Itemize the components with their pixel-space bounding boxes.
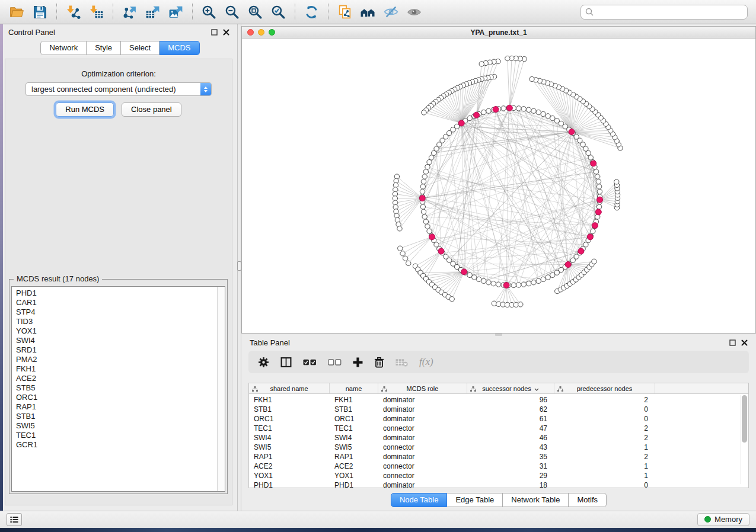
network-node[interactable] bbox=[550, 116, 555, 120]
scrollbar-thumb[interactable] bbox=[742, 395, 747, 443]
tab-network[interactable]: Network bbox=[40, 41, 87, 55]
network-node[interactable] bbox=[422, 174, 427, 179]
show-panels-button[interactable] bbox=[7, 513, 22, 526]
network-node[interactable] bbox=[427, 160, 432, 165]
table-row[interactable]: STB1STB1dominator620 bbox=[249, 405, 748, 414]
network-node[interactable] bbox=[516, 106, 521, 111]
network-node[interactable] bbox=[425, 164, 430, 169]
save-session-button[interactable] bbox=[29, 2, 51, 22]
mcds-result-item[interactable]: GCR1 bbox=[16, 440, 217, 450]
mcds-result-item[interactable]: STB5 bbox=[16, 383, 217, 393]
tab-node-table[interactable]: Node Table bbox=[391, 493, 448, 507]
network-node[interactable] bbox=[467, 273, 472, 277]
tab-style[interactable]: Style bbox=[87, 41, 121, 55]
table-row[interactable]: RAP1RAP1dominator352 bbox=[249, 452, 748, 462]
maximize-window-icon[interactable] bbox=[269, 29, 275, 36]
network-node[interactable] bbox=[398, 246, 403, 251]
network-node[interactable] bbox=[421, 209, 426, 214]
network-node[interactable] bbox=[546, 275, 550, 280]
network-node[interactable] bbox=[526, 107, 531, 112]
tab-edge-table[interactable]: Edge Table bbox=[447, 493, 503, 507]
mcds-result-item[interactable]: YOX1 bbox=[16, 326, 217, 336]
network-node[interactable] bbox=[588, 155, 593, 160]
mcds-dominator-node[interactable] bbox=[595, 209, 601, 215]
mcds-result-item[interactable]: CAR1 bbox=[16, 298, 217, 307]
column-header-mcds-role[interactable]: MCDS role bbox=[378, 383, 467, 393]
mcds-result-item[interactable]: TEC1 bbox=[16, 431, 217, 440]
delete-row-button[interactable] bbox=[374, 357, 384, 368]
criterion-select[interactable]: largest connected component (undirected) bbox=[25, 82, 212, 96]
tab-motifs[interactable]: Motifs bbox=[569, 493, 607, 507]
network-node[interactable] bbox=[420, 184, 425, 189]
mcds-dominator-node[interactable] bbox=[587, 234, 593, 240]
network-node[interactable] bbox=[406, 261, 411, 265]
network-graph[interactable] bbox=[242, 39, 755, 333]
network-node[interactable] bbox=[526, 281, 531, 286]
table-row[interactable]: FKH1FKH1dominator962 bbox=[249, 395, 748, 405]
mcds-dominator-node[interactable] bbox=[419, 196, 425, 201]
mcds-result-item[interactable]: STP4 bbox=[16, 307, 217, 317]
run-mcds-button[interactable]: Run MCDS bbox=[56, 102, 114, 117]
network-node[interactable] bbox=[496, 282, 501, 287]
network-node[interactable] bbox=[594, 169, 598, 174]
network-node[interactable] bbox=[486, 280, 491, 285]
network-node[interactable] bbox=[596, 179, 601, 184]
show-columns-button[interactable] bbox=[280, 357, 292, 368]
splitter-handle[interactable] bbox=[237, 261, 241, 271]
network-node[interactable] bbox=[536, 278, 541, 283]
float-panel-icon[interactable] bbox=[729, 339, 736, 346]
hide-selected-button[interactable] bbox=[380, 2, 402, 22]
mcds-dominator-node[interactable] bbox=[438, 248, 444, 254]
mcds-dominator-node[interactable] bbox=[506, 105, 512, 111]
network-node[interactable] bbox=[592, 259, 596, 264]
mcds-result-item[interactable]: TID3 bbox=[16, 317, 217, 326]
clone-network-button[interactable] bbox=[334, 2, 356, 22]
mcds-result-item[interactable]: ACE2 bbox=[16, 374, 217, 383]
close-panel-icon[interactable] bbox=[741, 339, 748, 346]
network-node[interactable] bbox=[397, 226, 402, 231]
network-node[interactable] bbox=[516, 283, 521, 287]
network-node[interactable] bbox=[421, 179, 426, 184]
select-all-button[interactable] bbox=[303, 358, 317, 366]
mcds-result-item[interactable]: STB1 bbox=[16, 412, 217, 421]
mcds-result-item[interactable]: FKH1 bbox=[16, 364, 217, 374]
open-file-button[interactable] bbox=[6, 2, 28, 22]
mcds-result-item[interactable]: ORC1 bbox=[16, 393, 217, 402]
float-panel-icon[interactable] bbox=[211, 29, 218, 36]
network-node[interactable] bbox=[546, 114, 550, 118]
network-node[interactable] bbox=[420, 204, 425, 209]
network-node[interactable] bbox=[491, 281, 496, 286]
mcds-result-item[interactable]: SWI4 bbox=[16, 336, 217, 345]
mcds-dominator-node[interactable] bbox=[591, 161, 596, 166]
network-node[interactable] bbox=[536, 110, 541, 114]
horizontal-splitter[interactable] bbox=[241, 334, 756, 336]
table-row[interactable]: YOX1YOX1connector291 bbox=[249, 471, 748, 480]
network-node[interactable] bbox=[403, 256, 407, 261]
network-node[interactable] bbox=[467, 116, 472, 120]
network-node[interactable] bbox=[400, 251, 405, 256]
mcds-dominator-node[interactable] bbox=[461, 269, 467, 275]
network-node[interactable] bbox=[472, 275, 477, 280]
network-node[interactable] bbox=[554, 118, 559, 123]
first-neighbors-button[interactable] bbox=[357, 2, 379, 22]
network-node[interactable] bbox=[529, 76, 534, 81]
mcds-dominator-node[interactable] bbox=[473, 112, 479, 118]
network-node[interactable] bbox=[420, 189, 425, 194]
result-list-scrollbar[interactable] bbox=[217, 287, 225, 491]
network-node[interactable] bbox=[541, 111, 546, 116]
table-row[interactable]: PHD1PHD1dominator180 bbox=[249, 480, 748, 488]
refresh-view-button[interactable] bbox=[301, 2, 323, 22]
export-image-button[interactable] bbox=[165, 2, 187, 22]
search-box[interactable] bbox=[580, 5, 748, 20]
network-node[interactable] bbox=[476, 277, 481, 281]
network-node[interactable] bbox=[431, 150, 436, 155]
network-node[interactable] bbox=[422, 214, 427, 219]
network-node[interactable] bbox=[423, 169, 428, 174]
mcds-result-item[interactable]: SRD1 bbox=[16, 345, 217, 355]
network-node[interactable] bbox=[427, 229, 432, 233]
close-window-icon[interactable] bbox=[247, 29, 254, 36]
mcds-dominator-node[interactable] bbox=[597, 197, 603, 203]
table-row[interactable]: ORC1ORC1dominator610 bbox=[249, 414, 748, 424]
mcds-dominator-node[interactable] bbox=[592, 223, 598, 229]
mcds-result-item[interactable]: RAP1 bbox=[16, 402, 217, 412]
